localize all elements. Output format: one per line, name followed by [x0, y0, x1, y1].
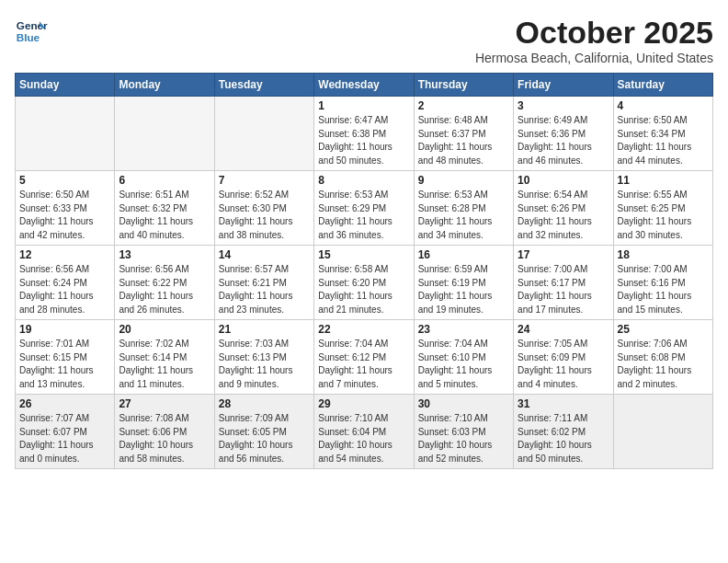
calendar-header-row: SundayMondayTuesdayWednesdayThursdayFrid… — [16, 74, 713, 97]
day-number: 30 — [418, 397, 509, 410]
calendar-table: SundayMondayTuesdayWednesdayThursdayFrid… — [15, 73, 713, 469]
weekday-header: Friday — [514, 74, 613, 97]
day-info: Sunrise: 6:55 AM Sunset: 6:25 PM Dayligh… — [618, 189, 709, 242]
calendar-cell: 8Sunrise: 6:53 AM Sunset: 6:29 PM Daylig… — [314, 171, 414, 246]
day-info: Sunrise: 7:10 AM Sunset: 6:03 PM Dayligh… — [418, 412, 509, 465]
day-number: 5 — [19, 174, 110, 187]
calendar-cell: 1Sunrise: 6:47 AM Sunset: 6:38 PM Daylig… — [314, 97, 414, 171]
calendar-cell: 13Sunrise: 6:56 AM Sunset: 6:22 PM Dayli… — [115, 246, 214, 320]
day-number: 19 — [19, 323, 110, 336]
title-block: October 2025 Hermosa Beach, California, … — [475, 15, 713, 65]
calendar-cell: 26Sunrise: 7:07 AM Sunset: 6:07 PM Dayli… — [16, 395, 115, 469]
logo-icon: General Blue — [15, 15, 48, 48]
calendar-cell: 2Sunrise: 6:48 AM Sunset: 6:37 PM Daylig… — [414, 97, 513, 171]
calendar-cell: 14Sunrise: 6:57 AM Sunset: 6:21 PM Dayli… — [214, 246, 313, 320]
day-number: 29 — [318, 397, 409, 410]
calendar-cell: 9Sunrise: 6:53 AM Sunset: 6:28 PM Daylig… — [414, 171, 513, 246]
day-info: Sunrise: 7:05 AM Sunset: 6:09 PM Dayligh… — [518, 338, 609, 391]
day-number: 17 — [518, 248, 609, 261]
calendar-cell: 10Sunrise: 6:54 AM Sunset: 6:26 PM Dayli… — [514, 171, 613, 246]
day-number: 27 — [119, 397, 210, 410]
day-number: 16 — [418, 248, 509, 261]
calendar-cell: 31Sunrise: 7:11 AM Sunset: 6:02 PM Dayli… — [514, 395, 613, 469]
day-info: Sunrise: 7:02 AM Sunset: 6:14 PM Dayligh… — [119, 338, 210, 391]
day-info: Sunrise: 7:01 AM Sunset: 6:15 PM Dayligh… — [19, 338, 110, 391]
calendar-cell: 30Sunrise: 7:10 AM Sunset: 6:03 PM Dayli… — [414, 395, 513, 469]
calendar-cell: 28Sunrise: 7:09 AM Sunset: 6:05 PM Dayli… — [214, 395, 313, 469]
month-title: October 2025 — [475, 15, 713, 51]
day-number: 11 — [618, 174, 709, 187]
day-info: Sunrise: 6:56 AM Sunset: 6:24 PM Dayligh… — [19, 263, 110, 316]
day-info: Sunrise: 6:47 AM Sunset: 6:38 PM Dayligh… — [318, 114, 409, 167]
calendar-week-row: 26Sunrise: 7:07 AM Sunset: 6:07 PM Dayli… — [16, 395, 713, 469]
calendar-cell: 18Sunrise: 7:00 AM Sunset: 6:16 PM Dayli… — [613, 246, 712, 320]
day-number: 9 — [418, 174, 509, 187]
day-number: 18 — [618, 248, 709, 261]
calendar-cell: 25Sunrise: 7:06 AM Sunset: 6:08 PM Dayli… — [613, 320, 712, 395]
calendar-cell: 3Sunrise: 6:49 AM Sunset: 6:36 PM Daylig… — [514, 97, 613, 171]
calendar-cell: 21Sunrise: 7:03 AM Sunset: 6:13 PM Dayli… — [214, 320, 313, 395]
weekday-header: Saturday — [613, 74, 712, 97]
day-info: Sunrise: 6:49 AM Sunset: 6:36 PM Dayligh… — [518, 114, 609, 167]
calendar-cell: 4Sunrise: 6:50 AM Sunset: 6:34 PM Daylig… — [613, 97, 712, 171]
day-number: 22 — [318, 323, 409, 336]
day-number: 26 — [19, 397, 110, 410]
day-number: 7 — [219, 174, 310, 187]
day-number: 12 — [19, 248, 110, 261]
calendar-cell: 16Sunrise: 6:59 AM Sunset: 6:19 PM Dayli… — [414, 246, 513, 320]
calendar-week-row: 19Sunrise: 7:01 AM Sunset: 6:15 PM Dayli… — [16, 320, 713, 395]
day-info: Sunrise: 6:48 AM Sunset: 6:37 PM Dayligh… — [418, 114, 509, 167]
day-info: Sunrise: 6:51 AM Sunset: 6:32 PM Dayligh… — [119, 189, 210, 242]
svg-text:General: General — [17, 19, 48, 31]
day-info: Sunrise: 7:04 AM Sunset: 6:10 PM Dayligh… — [418, 338, 509, 391]
day-info: Sunrise: 6:56 AM Sunset: 6:22 PM Dayligh… — [119, 263, 210, 316]
day-info: Sunrise: 7:10 AM Sunset: 6:04 PM Dayligh… — [318, 412, 409, 465]
day-info: Sunrise: 7:06 AM Sunset: 6:08 PM Dayligh… — [618, 338, 709, 391]
day-info: Sunrise: 6:50 AM Sunset: 6:33 PM Dayligh… — [19, 189, 110, 242]
calendar-cell — [115, 97, 214, 171]
day-number: 6 — [119, 174, 210, 187]
day-number: 1 — [318, 99, 409, 112]
day-number: 8 — [318, 174, 409, 187]
calendar-week-row: 1Sunrise: 6:47 AM Sunset: 6:38 PM Daylig… — [16, 97, 713, 171]
calendar-cell: 5Sunrise: 6:50 AM Sunset: 6:33 PM Daylig… — [16, 171, 115, 246]
day-info: Sunrise: 7:03 AM Sunset: 6:13 PM Dayligh… — [219, 338, 310, 391]
calendar-cell: 12Sunrise: 6:56 AM Sunset: 6:24 PM Dayli… — [16, 246, 115, 320]
day-info: Sunrise: 6:58 AM Sunset: 6:20 PM Dayligh… — [318, 263, 409, 316]
svg-text:Blue: Blue — [17, 31, 40, 43]
day-info: Sunrise: 7:00 AM Sunset: 6:17 PM Dayligh… — [518, 263, 609, 316]
day-number: 24 — [518, 323, 609, 336]
day-number: 21 — [219, 323, 310, 336]
day-info: Sunrise: 7:00 AM Sunset: 6:16 PM Dayligh… — [618, 263, 709, 316]
logo: General Blue — [15, 15, 48, 48]
day-number: 25 — [618, 323, 709, 336]
day-number: 2 — [418, 99, 509, 112]
calendar-cell: 27Sunrise: 7:08 AM Sunset: 6:06 PM Dayli… — [115, 395, 214, 469]
calendar-cell: 17Sunrise: 7:00 AM Sunset: 6:17 PM Dayli… — [514, 246, 613, 320]
day-info: Sunrise: 6:57 AM Sunset: 6:21 PM Dayligh… — [219, 263, 310, 316]
calendar-cell: 29Sunrise: 7:10 AM Sunset: 6:04 PM Dayli… — [314, 395, 414, 469]
day-number: 13 — [119, 248, 210, 261]
day-number: 31 — [518, 397, 609, 410]
day-number: 20 — [119, 323, 210, 336]
calendar-cell: 22Sunrise: 7:04 AM Sunset: 6:12 PM Dayli… — [314, 320, 414, 395]
day-info: Sunrise: 6:59 AM Sunset: 6:19 PM Dayligh… — [418, 263, 509, 316]
day-number: 15 — [318, 248, 409, 261]
weekday-header: Thursday — [414, 74, 513, 97]
calendar-cell — [613, 395, 712, 469]
calendar-cell: 11Sunrise: 6:55 AM Sunset: 6:25 PM Dayli… — [613, 171, 712, 246]
calendar-week-row: 12Sunrise: 6:56 AM Sunset: 6:24 PM Dayli… — [16, 246, 713, 320]
day-info: Sunrise: 6:52 AM Sunset: 6:30 PM Dayligh… — [219, 189, 310, 242]
calendar-cell — [16, 97, 115, 171]
day-info: Sunrise: 7:11 AM Sunset: 6:02 PM Dayligh… — [518, 412, 609, 465]
header: General Blue October 2025 Hermosa Beach,… — [15, 15, 713, 65]
calendar-cell: 23Sunrise: 7:04 AM Sunset: 6:10 PM Dayli… — [414, 320, 513, 395]
day-number: 23 — [418, 323, 509, 336]
calendar-cell: 7Sunrise: 6:52 AM Sunset: 6:30 PM Daylig… — [214, 171, 313, 246]
calendar-week-row: 5Sunrise: 6:50 AM Sunset: 6:33 PM Daylig… — [16, 171, 713, 246]
day-info: Sunrise: 6:53 AM Sunset: 6:28 PM Dayligh… — [418, 189, 509, 242]
day-number: 10 — [518, 174, 609, 187]
day-info: Sunrise: 6:50 AM Sunset: 6:34 PM Dayligh… — [618, 114, 709, 167]
day-number: 3 — [518, 99, 609, 112]
calendar-cell: 24Sunrise: 7:05 AM Sunset: 6:09 PM Dayli… — [514, 320, 613, 395]
